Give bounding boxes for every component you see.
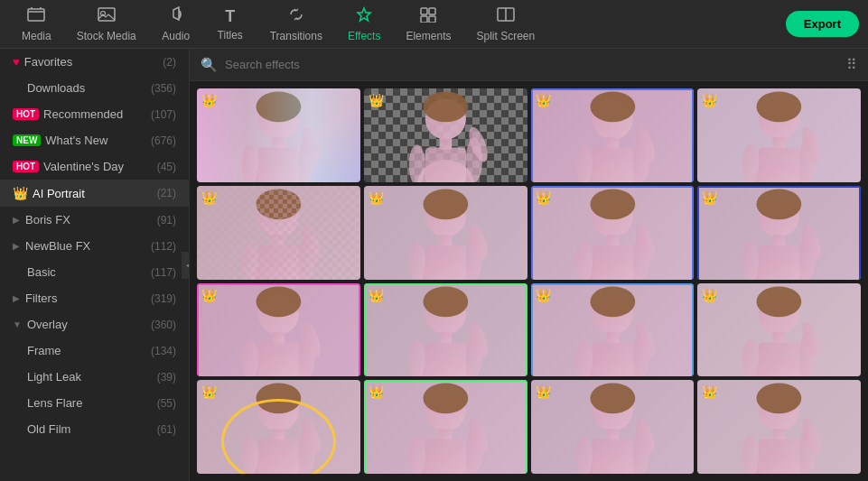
effect-card-neon-trailing-1[interactable]: 👑 ⬇ Neon Trailing 1 — [531, 380, 695, 474]
crown-badge: 👑 — [536, 384, 551, 399]
crown-badge: 👑 — [369, 384, 384, 399]
toolbar-titles[interactable]: T Titles — [203, 4, 257, 45]
effect-thumb: 👑 — [197, 88, 360, 182]
transitions-icon — [287, 6, 305, 27]
sidebar-item-overlay[interactable]: ▼ Overlay (360) — [0, 311, 189, 338]
sidebar-item-downloads[interactable]: Downloads (356) — [0, 75, 189, 101]
sidebar-item-newblue-fx[interactable]: ▶ NewBlue FX (112) — [0, 233, 189, 259]
export-button[interactable]: Export — [786, 11, 859, 37]
svg-rect-4 — [421, 8, 427, 14]
search-bar: 🔍 ⠿ — [190, 49, 868, 81]
svg-rect-94 — [592, 342, 632, 376]
svg-rect-54 — [425, 245, 466, 279]
crown-badge: 👑 — [536, 288, 551, 302]
toolbar-stock-media[interactable]: Stock Media — [64, 3, 149, 46]
effect-card-human-segmentation[interactable]: 👑 Human Segmentation — [364, 88, 527, 182]
crown-badge: 👑 — [536, 93, 551, 107]
svg-rect-70 — [759, 245, 799, 279]
toolbar-split-screen[interactable]: Split Screen — [463, 3, 547, 46]
search-input[interactable] — [225, 58, 839, 71]
sidebar-collapse-button[interactable]: ◀ — [182, 252, 190, 279]
effect-card-lightning-flash-1[interactable]: 👑 ⬇ Lightning Flash 1 — [364, 283, 527, 377]
grid-view-icon[interactable]: ⠿ — [846, 56, 857, 73]
main-area: ◀ ♥ Favorites (2) Downloads (356) HOT Re… — [0, 49, 868, 481]
sidebar-item-whats-new[interactable]: NEW What's New (676) — [0, 127, 189, 153]
svg-marker-3 — [358, 8, 370, 21]
effect-card-neon-ring-4[interactable]: 👑 ⬇ Neon Ring 4 — [197, 380, 360, 474]
effect-card-neon-flow-3[interactable]: 👑 ⬇ Neon Flow 3 — [364, 380, 527, 474]
effect-card-neon-flow-4[interactable]: 👑 ⬇ Neon Flow 4 — [697, 283, 861, 377]
toolbar: Media Stock Media Audio T Titles Transit… — [0, 0, 868, 49]
effect-thumb: 👑 ⬇ — [364, 283, 527, 377]
svg-point-28 — [590, 91, 635, 122]
svg-point-92 — [590, 286, 635, 317]
sidebar-item-basic[interactable]: Basic (117) — [0, 259, 189, 285]
svg-rect-110 — [258, 439, 299, 474]
effects-grid: 👑 Human Glitch — [190, 81, 868, 481]
sidebar-item-ai-portrait[interactable]: 👑 AI Portrait (21) — [0, 180, 189, 207]
media-icon — [27, 6, 45, 27]
sidebar-item-frame[interactable]: Frame (134) — [0, 338, 189, 364]
svg-point-95 — [575, 339, 592, 377]
crown-badge: 👑 — [201, 190, 217, 205]
search-icon: 🔍 — [201, 57, 218, 73]
svg-rect-118 — [425, 439, 466, 474]
sidebar-item-valentines[interactable]: HOT Valentine's Day (45) — [0, 153, 189, 180]
expand-icon-3: ▶ — [13, 293, 20, 303]
effect-card-lightning-flash-3[interactable]: 👑 ⬇ Lightning Flash 3 — [197, 283, 360, 377]
toolbar-transitions[interactable]: Transitions — [257, 3, 335, 46]
effect-card-human-pixelate[interactable]: 👑 Human Pixelate — [197, 186, 360, 280]
effect-card-lightning-flash-4[interactable]: 👑 Lightning Flash 4 — [697, 186, 861, 280]
effect-card-human-border[interactable]: 👑 Human Border — [531, 88, 695, 182]
effect-card-neon-trailing-2[interactable]: 👑 ⬇ Neon Trailing 2 — [697, 380, 861, 474]
effect-card-human-noise[interactable]: 👑 Human Noise — [364, 186, 527, 280]
effect-thumb: 👑 — [364, 186, 527, 280]
effect-card-neon-flow-1[interactable]: 👑 Neon Flow 1 — [697, 88, 861, 182]
svg-rect-6 — [421, 16, 427, 23]
sidebar-item-filters[interactable]: ▶ Filters (319) — [0, 285, 189, 311]
svg-rect-5 — [429, 8, 435, 14]
effect-thumb: 👑 — [697, 88, 861, 182]
crown-badge: 👑 — [702, 288, 717, 302]
svg-point-39 — [742, 144, 759, 182]
effect-thumb: 👑 ⬇ — [364, 380, 527, 474]
sidebar-item-favorites[interactable]: ♥ Favorites (2) — [0, 49, 189, 75]
effect-thumb: 👑 ⬇ — [697, 380, 861, 474]
new-tag: NEW — [13, 134, 41, 146]
effect-thumb: 👑 ⬇ — [197, 283, 360, 377]
effect-thumb: 👑 ⬇ — [697, 283, 861, 377]
toolbar-elements[interactable]: Elements — [393, 3, 463, 46]
toolbar-audio[interactable]: Audio — [149, 3, 203, 46]
effect-card-human-glitch[interactable]: 👑 Human Glitch — [197, 88, 360, 182]
svg-point-63 — [575, 242, 592, 280]
svg-rect-38 — [759, 148, 799, 182]
heart-icon: ♥ — [13, 55, 20, 69]
expand-icon-4: ▼ — [13, 319, 22, 329]
sidebar-item-recommended[interactable]: HOT Recommended (107) — [0, 101, 189, 127]
crown-badge: 👑 — [702, 190, 717, 205]
sidebar-item-light-leak[interactable]: Light Leak (39) — [0, 364, 189, 390]
toolbar-effects[interactable]: Effects — [335, 3, 393, 46]
crown-badge: 👑 — [201, 384, 217, 399]
svg-point-84 — [423, 286, 468, 317]
toolbar-media[interactable]: Media — [9, 3, 64, 46]
sidebar-item-lens-flare[interactable]: Lens Flare (55) — [0, 390, 189, 416]
crown-badge: 👑 — [369, 93, 384, 107]
content-area: 🔍 ⠿ 👑 — [190, 49, 868, 481]
sidebar: ◀ ♥ Favorites (2) Downloads (356) HOT Re… — [0, 49, 190, 481]
svg-point-87 — [408, 339, 425, 377]
sidebar-item-boris-fx[interactable]: ▶ Boris FX (91) — [0, 207, 189, 233]
expand-icon: ▶ — [13, 215, 20, 225]
crown-badge: 👑 — [201, 288, 217, 302]
svg-point-47 — [242, 242, 258, 280]
effects-icon — [355, 6, 373, 27]
effect-card-neon-flow-2[interactable]: 👑 Neon Flow 2 — [531, 186, 695, 280]
hot-tag-2: HOT — [13, 161, 39, 172]
effect-thumb: 👑 — [364, 88, 527, 182]
effect-thumb: 👑 — [197, 186, 360, 280]
effect-card-lightning-flash-2[interactable]: 👑 ⬇ Lightning Flash 2 — [531, 283, 695, 377]
svg-point-23 — [408, 144, 425, 182]
svg-point-119 — [408, 436, 425, 474]
sidebar-item-old-film[interactable]: Old Film (61) — [0, 416, 189, 442]
svg-rect-102 — [759, 342, 799, 376]
